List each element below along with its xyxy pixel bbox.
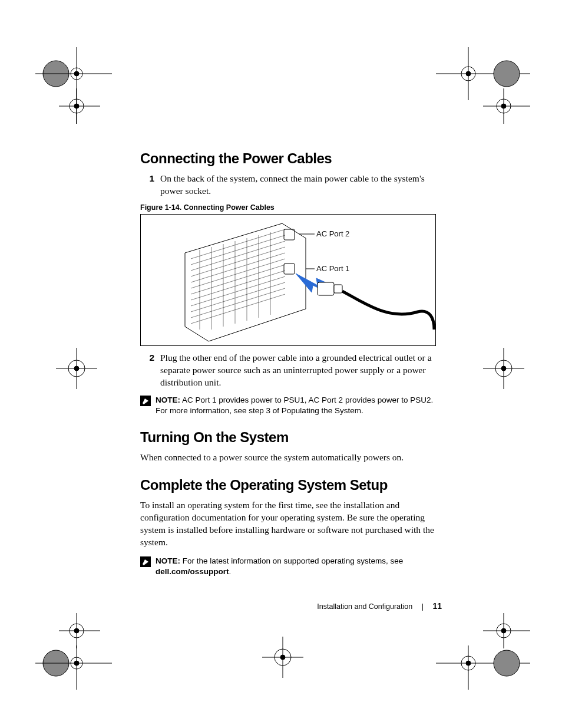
heading-complete-os-setup: Complete the Operating System Setup xyxy=(140,477,441,493)
svg-point-9 xyxy=(74,104,79,108)
cropmark-mid-right xyxy=(483,348,524,389)
cropmark-top-right xyxy=(436,47,530,124)
note-ac-ports: NOTE: AC Port 1 provides power to PSU1, … xyxy=(140,395,441,416)
para-turning-on: When connected to a power source the sys… xyxy=(140,452,441,464)
heading-connecting-power-cables: Connecting the Power Cables xyxy=(140,150,441,167)
footer-page-number: 11 xyxy=(432,601,442,611)
svg-point-37 xyxy=(74,661,79,666)
cropmark-mid-left xyxy=(56,348,97,389)
svg-point-49 xyxy=(466,661,471,666)
figure-caption: Figure 1-14. Connecting Power Cables xyxy=(140,203,441,212)
footer-separator: | xyxy=(422,602,424,611)
note-icon xyxy=(140,396,151,406)
figure-power-cables: AC Port 2 AC Port 1 xyxy=(140,214,436,346)
svg-point-13 xyxy=(466,71,471,76)
figure-label-ac-port-2: AC Port 2 xyxy=(316,229,349,238)
cropmark-bottom-right xyxy=(436,613,530,690)
note-icon xyxy=(140,556,151,567)
note-os-support: NOTE: For the latest information on supp… xyxy=(140,556,441,577)
cropmark-top-left xyxy=(35,47,112,124)
page-footer: Installation and Configuration | 11 xyxy=(140,601,442,611)
note-ac-ports-text: NOTE: AC Port 1 provides power to PSU1, … xyxy=(156,395,441,416)
note-os-support-text: NOTE: For the latest information on supp… xyxy=(156,556,441,577)
figure-label-ac-port-1: AC Port 1 xyxy=(316,264,349,273)
svg-point-27 xyxy=(501,366,506,371)
svg-marker-54 xyxy=(185,223,306,341)
svg-point-45 xyxy=(501,628,506,633)
svg-rect-77 xyxy=(318,282,334,295)
svg-point-31 xyxy=(74,628,79,633)
svg-point-5 xyxy=(74,71,79,76)
svg-rect-78 xyxy=(334,285,342,293)
cropmark-bottom-left xyxy=(35,613,112,690)
step-2: 2 Plug the other end of the power cable … xyxy=(140,352,441,389)
para-os-setup: To install an operating system for the f… xyxy=(140,499,441,549)
heading-turning-on-system: Turning On the System xyxy=(140,429,441,446)
step-1-text: On the back of the system, connect the m… xyxy=(160,173,441,197)
svg-point-19 xyxy=(501,104,506,108)
cropmark-bottom-center xyxy=(262,637,303,678)
step-2-text: Plug the other end of the power cable in… xyxy=(160,352,441,389)
step-2-number: 2 xyxy=(140,352,160,389)
svg-point-41 xyxy=(280,655,285,660)
step-1: 1 On the back of the system, connect the… xyxy=(140,173,441,197)
svg-point-23 xyxy=(74,366,79,371)
step-1-number: 1 xyxy=(140,173,160,197)
footer-section: Installation and Configuration xyxy=(317,602,412,611)
